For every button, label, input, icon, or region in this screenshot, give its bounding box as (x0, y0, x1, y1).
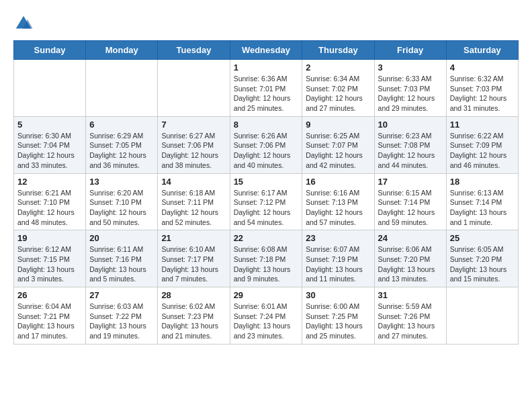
calendar-cell: 4Sunrise: 6:32 AM Sunset: 7:03 PM Daylig… (446, 60, 518, 117)
day-of-week-header: Sunday (14, 41, 86, 60)
day-info: Sunrise: 6:34 AM Sunset: 7:02 PM Dayligh… (306, 74, 370, 113)
day-number: 21 (161, 233, 226, 243)
day-number: 11 (450, 120, 515, 130)
day-number: 7 (161, 120, 226, 130)
calendar-cell: 8Sunrise: 6:26 AM Sunset: 7:06 PM Daylig… (230, 116, 302, 173)
calendar-cell: 24Sunrise: 6:06 AM Sunset: 7:20 PM Dayli… (374, 230, 446, 287)
day-info: Sunrise: 6:12 AM Sunset: 7:15 PM Dayligh… (17, 244, 82, 284)
day-of-week-header: Saturday (446, 41, 518, 60)
calendar-cell: 13Sunrise: 6:20 AM Sunset: 7:10 PM Dayli… (86, 173, 158, 230)
calendar-cell: 1Sunrise: 6:36 AM Sunset: 7:01 PM Daylig… (230, 60, 302, 117)
day-info: Sunrise: 5:59 AM Sunset: 7:26 PM Dayligh… (378, 302, 443, 341)
day-number: 19 (17, 233, 82, 243)
calendar-cell: 3Sunrise: 6:33 AM Sunset: 7:03 PM Daylig… (374, 60, 446, 117)
day-number: 25 (450, 233, 515, 243)
day-info: Sunrise: 6:18 AM Sunset: 7:11 PM Dayligh… (161, 188, 226, 228)
calendar-cell: 28Sunrise: 6:02 AM Sunset: 7:23 PM Dayli… (158, 287, 230, 345)
day-info: Sunrise: 6:01 AM Sunset: 7:24 PM Dayligh… (234, 302, 299, 341)
day-of-week-header: Tuesday (158, 41, 230, 60)
day-info: Sunrise: 6:30 AM Sunset: 7:04 PM Dayligh… (17, 131, 82, 171)
day-of-week-header: Friday (374, 41, 446, 60)
day-number: 2 (306, 62, 370, 73)
day-number: 13 (89, 177, 154, 187)
day-of-week-header: Monday (86, 41, 158, 60)
day-info: Sunrise: 6:21 AM Sunset: 7:10 PM Dayligh… (17, 188, 82, 228)
calendar-cell: 11Sunrise: 6:22 AM Sunset: 7:09 PM Dayli… (446, 116, 518, 173)
day-info: Sunrise: 6:00 AM Sunset: 7:25 PM Dayligh… (306, 302, 370, 341)
day-info: Sunrise: 6:08 AM Sunset: 7:18 PM Dayligh… (234, 244, 299, 284)
calendar-week-row: 5Sunrise: 6:30 AM Sunset: 7:04 PM Daylig… (14, 116, 519, 173)
day-info: Sunrise: 6:04 AM Sunset: 7:21 PM Dayligh… (17, 302, 82, 341)
day-number: 10 (378, 120, 443, 130)
calendar-cell: 19Sunrise: 6:12 AM Sunset: 7:15 PM Dayli… (14, 230, 86, 287)
calendar-week-row: 1Sunrise: 6:36 AM Sunset: 7:01 PM Daylig… (14, 60, 519, 117)
calendar-cell: 16Sunrise: 6:16 AM Sunset: 7:13 PM Dayli… (302, 173, 374, 230)
day-number: 1 (234, 62, 299, 73)
calendar-cell (158, 60, 230, 117)
day-info: Sunrise: 6:36 AM Sunset: 7:01 PM Dayligh… (234, 74, 299, 113)
day-number: 5 (17, 120, 82, 130)
calendar-cell: 2Sunrise: 6:34 AM Sunset: 7:02 PM Daylig… (302, 60, 374, 117)
day-number: 22 (234, 233, 299, 243)
day-info: Sunrise: 6:29 AM Sunset: 7:05 PM Dayligh… (89, 131, 154, 171)
day-number: 18 (450, 177, 515, 187)
day-number: 24 (378, 233, 443, 243)
day-info: Sunrise: 6:10 AM Sunset: 7:17 PM Dayligh… (161, 244, 226, 284)
day-of-week-header: Thursday (302, 41, 374, 60)
day-number: 31 (378, 290, 443, 300)
calendar-table: SundayMondayTuesdayWednesdayThursdayFrid… (13, 40, 519, 345)
day-number: 15 (234, 177, 299, 187)
day-number: 26 (17, 290, 82, 300)
day-info: Sunrise: 6:27 AM Sunset: 7:06 PM Dayligh… (161, 131, 226, 171)
day-info: Sunrise: 6:15 AM Sunset: 7:14 PM Dayligh… (378, 188, 443, 228)
calendar-week-row: 12Sunrise: 6:21 AM Sunset: 7:10 PM Dayli… (14, 173, 519, 230)
day-number: 16 (306, 177, 370, 187)
day-info: Sunrise: 6:02 AM Sunset: 7:23 PM Dayligh… (161, 302, 226, 341)
day-info: Sunrise: 6:17 AM Sunset: 7:12 PM Dayligh… (234, 188, 299, 228)
day-info: Sunrise: 6:06 AM Sunset: 7:20 PM Dayligh… (378, 244, 443, 284)
calendar-cell: 6Sunrise: 6:29 AM Sunset: 7:05 PM Daylig… (86, 116, 158, 173)
day-info: Sunrise: 6:23 AM Sunset: 7:08 PM Dayligh… (378, 131, 443, 171)
calendar-week-row: 26Sunrise: 6:04 AM Sunset: 7:21 PM Dayli… (14, 287, 519, 345)
logo-icon (13, 13, 34, 34)
calendar-cell: 21Sunrise: 6:10 AM Sunset: 7:17 PM Dayli… (158, 230, 230, 287)
calendar-cell: 9Sunrise: 6:25 AM Sunset: 7:07 PM Daylig… (302, 116, 374, 173)
day-number: 6 (89, 120, 154, 130)
day-number: 20 (89, 233, 154, 243)
calendar-cell: 27Sunrise: 6:03 AM Sunset: 7:22 PM Dayli… (86, 287, 158, 345)
calendar-cell: 15Sunrise: 6:17 AM Sunset: 7:12 PM Dayli… (230, 173, 302, 230)
day-info: Sunrise: 6:25 AM Sunset: 7:07 PM Dayligh… (306, 131, 370, 171)
calendar-cell: 22Sunrise: 6:08 AM Sunset: 7:18 PM Dayli… (230, 230, 302, 287)
calendar-cell: 12Sunrise: 6:21 AM Sunset: 7:10 PM Dayli… (14, 173, 86, 230)
calendar-cell: 26Sunrise: 6:04 AM Sunset: 7:21 PM Dayli… (14, 287, 86, 345)
day-info: Sunrise: 6:33 AM Sunset: 7:03 PM Dayligh… (378, 74, 443, 113)
calendar-cell: 30Sunrise: 6:00 AM Sunset: 7:25 PM Dayli… (302, 287, 374, 345)
calendar-header-row: SundayMondayTuesdayWednesdayThursdayFrid… (14, 41, 519, 60)
day-info: Sunrise: 6:20 AM Sunset: 7:10 PM Dayligh… (89, 188, 154, 228)
day-number: 28 (161, 290, 226, 300)
calendar-week-row: 19Sunrise: 6:12 AM Sunset: 7:15 PM Dayli… (14, 230, 519, 287)
day-info: Sunrise: 6:03 AM Sunset: 7:22 PM Dayligh… (89, 302, 154, 341)
calendar-cell: 31Sunrise: 5:59 AM Sunset: 7:26 PM Dayli… (374, 287, 446, 345)
calendar-cell: 7Sunrise: 6:27 AM Sunset: 7:06 PM Daylig… (158, 116, 230, 173)
day-number: 23 (306, 233, 370, 243)
calendar-cell (14, 60, 86, 117)
day-info: Sunrise: 6:07 AM Sunset: 7:19 PM Dayligh… (306, 244, 370, 284)
day-number: 27 (89, 290, 154, 300)
day-number: 9 (306, 120, 370, 130)
calendar-cell: 18Sunrise: 6:13 AM Sunset: 7:14 PM Dayli… (446, 173, 518, 230)
day-info: Sunrise: 6:26 AM Sunset: 7:06 PM Dayligh… (234, 131, 299, 171)
calendar-cell: 20Sunrise: 6:11 AM Sunset: 7:16 PM Dayli… (86, 230, 158, 287)
calendar-cell: 29Sunrise: 6:01 AM Sunset: 7:24 PM Dayli… (230, 287, 302, 345)
calendar-cell (86, 60, 158, 117)
day-number: 3 (378, 62, 443, 73)
day-number: 14 (161, 177, 226, 187)
calendar-cell: 10Sunrise: 6:23 AM Sunset: 7:08 PM Dayli… (374, 116, 446, 173)
page-header (13, 13, 519, 34)
calendar-cell: 25Sunrise: 6:05 AM Sunset: 7:20 PM Dayli… (446, 230, 518, 287)
calendar-cell: 5Sunrise: 6:30 AM Sunset: 7:04 PM Daylig… (14, 116, 86, 173)
calendar-cell: 17Sunrise: 6:15 AM Sunset: 7:14 PM Dayli… (374, 173, 446, 230)
day-info: Sunrise: 6:13 AM Sunset: 7:14 PM Dayligh… (450, 188, 515, 228)
day-info: Sunrise: 6:11 AM Sunset: 7:16 PM Dayligh… (89, 244, 154, 284)
calendar-cell: 14Sunrise: 6:18 AM Sunset: 7:11 PM Dayli… (158, 173, 230, 230)
